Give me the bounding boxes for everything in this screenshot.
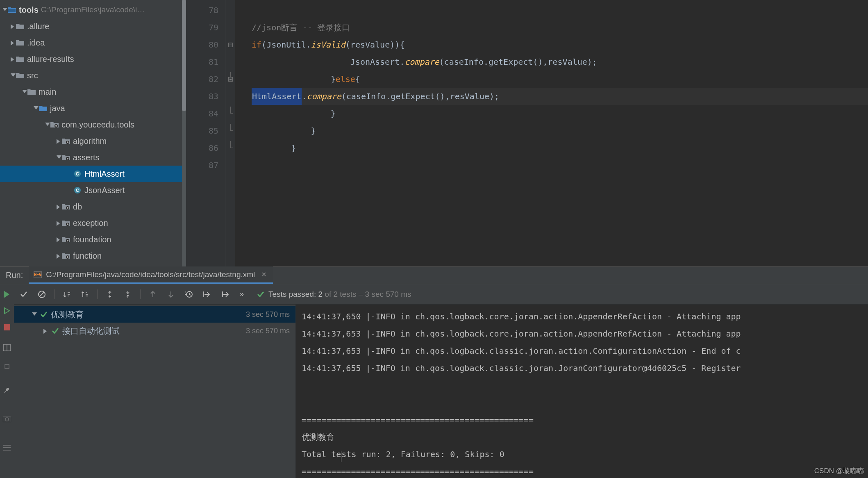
chevron-right-icon[interactable] (56, 204, 61, 209)
line-number[interactable]: 82 (186, 71, 225, 88)
editor-fold-strip[interactable] (225, 0, 235, 266)
test-results-tree[interactable]: 优测教育 3 sec 570 ms 接口自动化测试 3 sec 570 ms (14, 305, 296, 478)
chevron-right-icon[interactable] (56, 253, 61, 259)
code-line[interactable]: } (252, 139, 868, 157)
tree-item[interactable]: algorithm (0, 133, 186, 149)
code-line[interactable] (252, 2, 868, 19)
tree-item[interactable]: function (0, 248, 186, 264)
rerun-button[interactable] (2, 290, 11, 299)
fold-marker[interactable] (225, 2, 235, 19)
chevron-right-icon[interactable] (10, 40, 16, 46)
test-tree-item[interactable]: 优测教育 3 sec 570 ms (14, 306, 295, 323)
tree-item-label: src (27, 71, 38, 80)
chevron-down-icon[interactable] (10, 73, 16, 78)
tree-item[interactable]: db (0, 198, 186, 215)
fold-marker[interactable] (225, 105, 235, 122)
export-tests-button[interactable] (218, 287, 232, 302)
sort-up-button[interactable] (77, 287, 92, 302)
run-config-tab[interactable]: N»G G:/ProgramFiles/java/code/idea/tools… (29, 266, 273, 284)
tree-item[interactable]: main (0, 84, 186, 100)
class-icon: C (73, 170, 82, 178)
line-number[interactable]: 86 (186, 139, 225, 157)
chevron-down-icon[interactable] (33, 105, 39, 111)
chevron-right-icon[interactable] (43, 328, 48, 334)
chevron-right-icon[interactable] (10, 23, 16, 29)
code-line[interactable]: if(JsonUtil.isValid(resValue)){ (252, 36, 868, 53)
more-icon[interactable]: » (240, 290, 244, 298)
import-tests-button[interactable] (200, 287, 214, 302)
chevron-down-icon[interactable] (21, 89, 27, 95)
list-icon[interactable] (2, 443, 11, 452)
collapse-all-button[interactable] (120, 287, 135, 302)
tree-item[interactable]: asserts (0, 149, 186, 166)
fold-marker[interactable] (225, 157, 235, 174)
chevron-right-icon[interactable] (56, 237, 61, 242)
prev-test-button[interactable] (145, 287, 160, 302)
tree-item[interactable]: .idea (0, 34, 186, 51)
tree-item[interactable]: .allure (0, 18, 186, 34)
code-line[interactable]: HtmlAssert.compare(caseInfo.getExpect(),… (252, 88, 868, 105)
fold-marker[interactable] (225, 36, 235, 53)
expand-all-button[interactable] (102, 287, 117, 302)
code-line[interactable]: } (252, 122, 868, 139)
toggle-auto-test-button[interactable] (2, 306, 11, 315)
sort-down-button[interactable] (59, 287, 74, 302)
chevron-down-icon[interactable] (56, 155, 61, 160)
tree-item[interactable]: exception (0, 215, 186, 231)
project-root-label: tools (19, 5, 39, 15)
pin-button[interactable] (2, 362, 11, 371)
fold-marker[interactable] (225, 88, 235, 105)
layout-button[interactable] (2, 343, 11, 352)
line-number[interactable]: 84 (186, 105, 225, 122)
camera-icon[interactable] (2, 414, 11, 423)
tree-item[interactable]: src (0, 67, 186, 84)
chevron-right-icon[interactable] (56, 138, 61, 144)
project-root[interactable]: tools G:\ProgramFiles\java\code\i… (0, 2, 186, 18)
code-editor[interactable]: 78798081828384858687 //json断言 -- 登录接口 if… (186, 0, 868, 266)
line-number[interactable]: 78 (186, 2, 225, 19)
stop-button[interactable] (2, 323, 11, 332)
line-number[interactable]: 85 (186, 122, 225, 139)
test-console[interactable]: 14:41:37,650 |-INFO in ch.qos.logback.co… (296, 305, 868, 478)
show-ignored-button[interactable] (34, 287, 49, 302)
tree-item-label: java (50, 104, 65, 113)
tree-item[interactable]: C JsonAssert (0, 182, 186, 198)
tree-item[interactable]: com.youceedu.tools (0, 116, 186, 133)
line-number[interactable]: 83 (186, 88, 225, 105)
fold-marker[interactable] (225, 139, 235, 157)
chevron-right-icon[interactable] (10, 56, 16, 62)
package-icon (50, 121, 59, 129)
fold-marker[interactable] (225, 19, 235, 36)
chevron-down-icon[interactable] (44, 122, 50, 127)
line-number[interactable]: 87 (186, 157, 225, 174)
code-line[interactable]: }else{ (252, 71, 868, 88)
tree-item[interactable]: java (0, 100, 186, 116)
test-tree-item[interactable]: 接口自动化测试 3 sec 570 ms (14, 323, 295, 339)
tree-item-label: asserts (73, 153, 99, 162)
line-number[interactable]: 79 (186, 19, 225, 36)
code-line[interactable]: } (252, 105, 868, 122)
project-tree-scrollbar[interactable] (182, 0, 186, 266)
chevron-down-icon[interactable] (31, 312, 37, 317)
test-history-button[interactable] (182, 287, 196, 302)
editor-code-area[interactable]: //json断言 -- 登录接口 if(JsonUtil.isValid(res… (235, 0, 868, 266)
fold-marker[interactable] (225, 53, 235, 71)
wrench-icon[interactable] (2, 386, 11, 395)
tree-item[interactable]: allure-results (0, 51, 186, 67)
chevron-right-icon[interactable] (56, 220, 61, 226)
fold-marker[interactable] (225, 71, 235, 88)
fold-marker[interactable] (225, 122, 235, 139)
code-line[interactable] (252, 157, 868, 174)
line-number[interactable]: 80 (186, 36, 225, 53)
code-line[interactable]: JsonAssert.compare(caseInfo.getExpect(),… (252, 53, 868, 71)
close-icon[interactable]: × (261, 270, 266, 279)
next-test-button[interactable] (164, 287, 178, 302)
code-line[interactable]: //json断言 -- 登录接口 (252, 19, 868, 36)
package-icon (61, 252, 70, 260)
show-passed-button[interactable] (16, 287, 31, 302)
tree-item-label: foundation (73, 235, 111, 244)
tree-item[interactable]: foundation (0, 231, 186, 248)
tree-item[interactable]: C HtmlAssert (0, 166, 186, 182)
chevron-down-icon[interactable] (2, 7, 7, 13)
line-number[interactable]: 81 (186, 53, 225, 71)
